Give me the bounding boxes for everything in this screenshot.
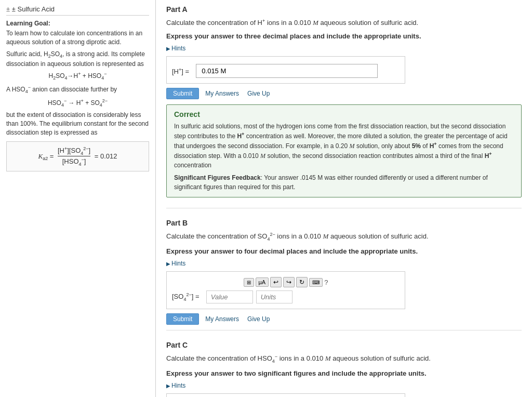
part-a-answer-input[interactable]	[196, 64, 378, 78]
part-b-express: Express your answer to four decimal plac…	[166, 246, 522, 257]
part-a-title: Part A	[166, 5, 522, 14]
part-b-units-input[interactable]	[256, 290, 292, 303]
part-b-btn-row: Submit My Answers Give Up	[166, 313, 522, 325]
learning-goal-header: Learning Goal:	[6, 20, 149, 27]
sidebar-para3: but the extent of dissociation is consid…	[6, 111, 149, 137]
toolbar-question-icon: ?	[324, 279, 328, 286]
part-c-express: Express your answer to two significant f…	[166, 368, 522, 379]
part-a-correct-box: Correct In sulfuric acid solutions, most…	[166, 104, 522, 197]
hints-triangle-icon: ▶	[166, 46, 170, 51]
part-b-submit-button[interactable]: Submit	[166, 313, 199, 325]
part-b-value-input[interactable]	[206, 290, 253, 303]
part-a-hints[interactable]: ▶Hints	[166, 44, 522, 52]
part-b-answer-box: ⊞ μA ↩ ↪ ↻ ⌨ ? [SO42−] =	[166, 271, 405, 309]
ka2-equation: Ka2 = [H+][SO42−] [HSO4−] = 0.012	[11, 146, 144, 167]
part-c-hints-link[interactable]: ▶Hints	[166, 382, 185, 389]
part-b-hints[interactable]: ▶Hints	[166, 259, 522, 267]
part-c-section: Part C Calculate the concentration of HS…	[166, 341, 522, 397]
toolbar-undo-icon[interactable]: ↩	[270, 277, 282, 287]
part-a-btn-row: Submit My Answers Give Up	[166, 88, 522, 99]
part-b-title: Part B	[166, 219, 522, 227]
part-b-give-up-link[interactable]: Give Up	[245, 315, 272, 323]
part-c-hints-triangle-icon: ▶	[166, 383, 170, 389]
sidebar-para2: A HSO4− anion can dissociate further by	[6, 84, 149, 95]
part-a-give-up-link[interactable]: Give Up	[245, 90, 272, 97]
part-a-correct-text: In sulfuric acid solutions, most of the …	[174, 122, 514, 170]
main-content: Part A Calculate the concentration of H+…	[156, 0, 532, 397]
part-b-instruction: Calculate the concentration of SO42− ion…	[166, 231, 522, 243]
part-b-hints-triangle-icon: ▶	[166, 261, 170, 267]
part-c-hints[interactable]: ▶Hints	[166, 381, 522, 389]
part-a-submit-button[interactable]: Submit	[166, 88, 199, 99]
sidebar: ± ± Sulfuric Acid Learning Goal: To lear…	[0, 0, 156, 397]
part-a-answer-box: [H+] =	[166, 56, 405, 84]
part-b-answer-row: [SO42−] =	[172, 290, 400, 303]
part-c-instruction: Calculate the concentration of HSO4− ion…	[166, 353, 522, 365]
sidebar-title: ± ± Sulfuric Acid	[6, 5, 149, 16]
part-b-answer-label: [SO42−] =	[172, 292, 203, 302]
toolbar-mu-icon[interactable]: μA	[256, 277, 269, 287]
part-a-correct-title: Correct	[174, 110, 514, 118]
part-a-instruction: Calculate the concentration of H+ ions i…	[166, 18, 522, 28]
part-a-sig-fig-feedback: Significant Figures Feedback: Your answe…	[174, 173, 514, 192]
toolbar-refresh-icon[interactable]: ↻	[296, 277, 308, 287]
part-a-express: Express your answer to three decimal pla…	[166, 31, 522, 42]
part-a-hints-link[interactable]: ▶Hints	[166, 45, 185, 52]
part-a-answer-row: [H+] =	[172, 64, 400, 78]
part-c-title: Part C	[166, 341, 522, 349]
part-b-math-toolbar: ⊞ μA ↩ ↪ ↻ ⌨ ?	[172, 277, 400, 287]
dissociation-formula-2: HSO4− → H+ + SO42−	[6, 98, 149, 108]
learning-goal-text: To learn how to calculate ion concentrat…	[6, 29, 149, 47]
toolbar-redo-icon[interactable]: ↪	[283, 277, 295, 287]
toolbar-keyboard-icon[interactable]: ⌨	[309, 278, 323, 287]
toolbar-matrix-icon[interactable]: ⊞	[244, 278, 254, 287]
part-b-section: Part B Calculate the concentration of SO…	[166, 219, 522, 330]
part-a-section: Part A Calculate the concentration of H+…	[166, 5, 522, 208]
ka2-formula-box: Ka2 = [H+][SO42−] [HSO4−] = 0.012	[6, 141, 149, 172]
part-b-my-answers-link[interactable]: My Answers	[203, 315, 241, 323]
part-b-hints-link[interactable]: ▶Hints	[166, 260, 185, 267]
dissociation-formula-1: H2SO4→H+ + HSO4−	[6, 71, 149, 81]
part-a-my-answers-link[interactable]: My Answers	[203, 90, 241, 97]
part-a-answer-label: [H+] =	[172, 67, 193, 75]
part-c-answer-box: ⊞ μA ↩ ↪ ↻ ⌨ ? [HSO4−] =	[166, 393, 405, 397]
sidebar-para1: Sulfuric acid, H2SO4, is a strong acid. …	[6, 50, 149, 69]
